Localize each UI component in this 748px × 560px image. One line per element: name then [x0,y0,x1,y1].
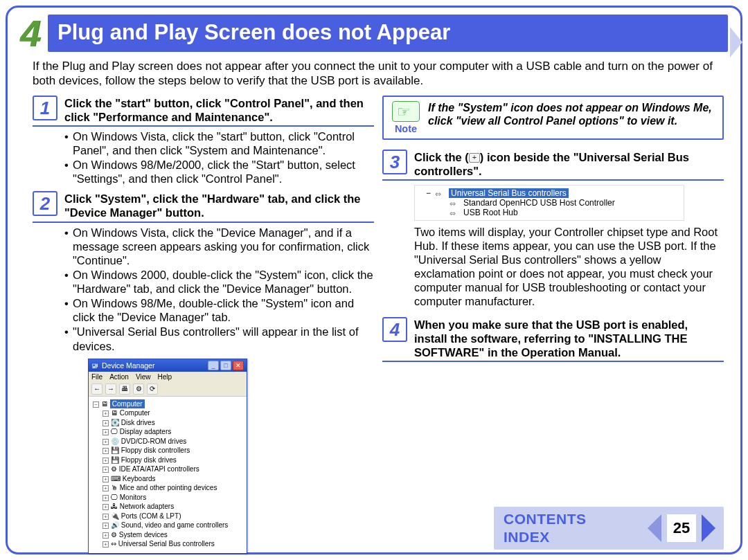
note-label: Note [395,123,417,134]
page-title: Plug and Play Screen does not Appear [48,15,728,52]
collapse-icon[interactable]: − [426,188,431,198]
step-bullet: On Windows Vista, click the "start" butt… [64,129,374,157]
step-title: Click "System", click the "Hardware" tab… [64,191,374,219]
expand-icon[interactable]: + [103,458,109,464]
note-box: Note If the "System" icon does not appea… [382,96,724,140]
toolbar: ← → 🖶 ⚙ ⟳ [89,382,247,397]
tree-root[interactable]: Computer [110,399,145,409]
step-title: Click the (+) icon beside the "Universal… [414,150,724,178]
window-title: Device Manager [102,361,154,370]
step-bullet: On Windows Vista, click the "Device Mana… [64,226,374,267]
refresh-button[interactable]: ⟳ [147,383,158,395]
tree-node[interactable]: Monitors [120,494,146,501]
step-number: 2 [33,191,57,216]
page-number: 25 [667,514,696,542]
step-bullet: On Windows 2000, double-click the "Syste… [64,268,374,296]
forward-button[interactable]: → [105,383,116,395]
minimize-button[interactable]: _ [208,361,219,370]
step-title-pre: Click the ( [414,151,469,163]
menu-item[interactable]: View [136,373,151,381]
tree-node[interactable]: Computer [120,409,150,417]
toolbar-button[interactable]: ⚙ [133,383,144,395]
next-page-arrow-icon[interactable] [702,514,715,542]
tree-node[interactable]: Mice and other pointing devices [120,484,217,491]
note-text: If the "System" icon does not appear on … [428,101,715,127]
expand-icon[interactable]: + [103,504,109,510]
usb-icon [449,199,459,207]
step-number: 3 [382,150,407,174]
tree-node[interactable]: Floppy disk controllers [121,446,190,454]
usb-tree-item[interactable]: Standard OpenHCD USB Host Controller [463,198,615,208]
step-title: When you make sure that the USB port is … [414,317,724,359]
expand-icon[interactable]: + [103,448,109,454]
device-tree: −🖥 Computer +🖥 Computer +💽 Disk drives +… [89,397,247,553]
usb-tree-root[interactable]: Universal Serial Bus controllers [449,188,569,198]
step-description: Two items will display, your Controller … [382,225,724,309]
step-bullet: On Windows 98/Me/2000, click the "Start"… [64,158,374,186]
step-2: 2 Click "System", click the "Hardware" t… [33,191,374,352]
expand-icon[interactable]: + [103,532,109,539]
tree-node[interactable]: Disk drives [121,419,155,426]
step-bullet: "Universal Serial Bus controllers" will … [64,325,374,352]
tree-node[interactable]: Floppy disk drives [121,456,177,464]
tree-node[interactable]: IDE ATA/ATAPI controllers [119,465,199,473]
step-title: Click the "start" button, click "Control… [64,96,374,124]
expand-icon[interactable]: + [103,476,109,482]
step-1: 1 Click the "start" button, click "Contr… [33,96,374,186]
usb-tree-item[interactable]: USB Root Hub [463,208,518,217]
menu-item[interactable]: Help [157,373,172,381]
tree-node[interactable]: Universal Serial Bus controllers [118,540,215,548]
columns: 1 Click the "start" button, click "Contr… [8,96,740,554]
prev-page-arrow-icon[interactable] [648,514,661,542]
step-number: 1 [33,96,57,120]
note-icon [392,101,420,122]
collapse-icon[interactable]: − [93,401,99,408]
index-link[interactable]: INDEX [504,529,587,545]
close-button[interactable]: ✕ [233,361,244,370]
step-bullet: On Windows 98/Me, double-click the "Syst… [64,296,374,324]
device-manager-window: 🖳 Device Manager _ □ ✕ File Action View … [88,359,247,554]
expand-icon[interactable]: + [103,485,109,491]
expand-icon[interactable]: + [103,523,109,529]
left-column: 1 Click the "start" button, click "Contr… [33,96,374,554]
expand-icon[interactable]: + [103,439,109,445]
expand-icon[interactable]: + [103,420,109,426]
menubar: File Action View Help [89,372,247,382]
app-icon: 🖳 [91,361,99,370]
corner-arrow-icon [730,27,742,57]
page-frame: 4 Plug and Play Screen does not Appear I… [6,6,742,554]
tree-node[interactable]: Sound, video and game controllers [121,521,229,529]
section-number: 4 [20,15,41,52]
expand-icon[interactable]: + [103,429,109,435]
expand-icon[interactable]: + [103,495,109,501]
usb-icon [449,208,459,217]
expand-icon[interactable]: + [103,541,109,548]
intro-text: If the Plug and Play screen does not app… [8,56,740,96]
step-4: 4 When you make sure that the USB port i… [382,317,724,362]
contents-link[interactable]: CONTENTS [504,511,587,527]
step-number: 4 [382,317,407,342]
window-titlebar: 🖳 Device Manager _ □ ✕ [89,359,247,372]
tree-node[interactable]: Display adapters [120,428,171,435]
menu-item[interactable]: File [91,373,103,381]
menu-item[interactable]: Action [109,373,129,381]
right-column: Note If the "System" icon does not appea… [382,96,724,554]
tree-node[interactable]: Network adapters [120,503,174,510]
plus-box-icon: + [469,153,480,163]
page-header: 4 Plug and Play Screen does not Appear [8,8,740,56]
expand-icon[interactable]: + [103,467,109,473]
expand-icon[interactable]: + [103,410,109,417]
tree-node[interactable]: System devices [119,531,168,539]
maximize-button[interactable]: □ [220,361,231,370]
tree-node[interactable]: DVD/CD-ROM drives [121,437,186,445]
step-3: 3 Click the (+) icon beside the "Univers… [382,150,724,309]
toolbar-button[interactable]: 🖶 [119,383,130,395]
usb-icon [435,189,445,197]
back-button[interactable]: ← [91,383,103,395]
usb-tree: − Universal Serial Bus controllers Stand… [414,185,684,221]
expand-icon[interactable]: + [103,514,109,520]
footer-nav: CONTENTS INDEX 25 [494,507,724,550]
tree-node[interactable]: Ports (COM & LPT) [121,512,181,520]
tree-node[interactable]: Keyboards [123,475,156,482]
